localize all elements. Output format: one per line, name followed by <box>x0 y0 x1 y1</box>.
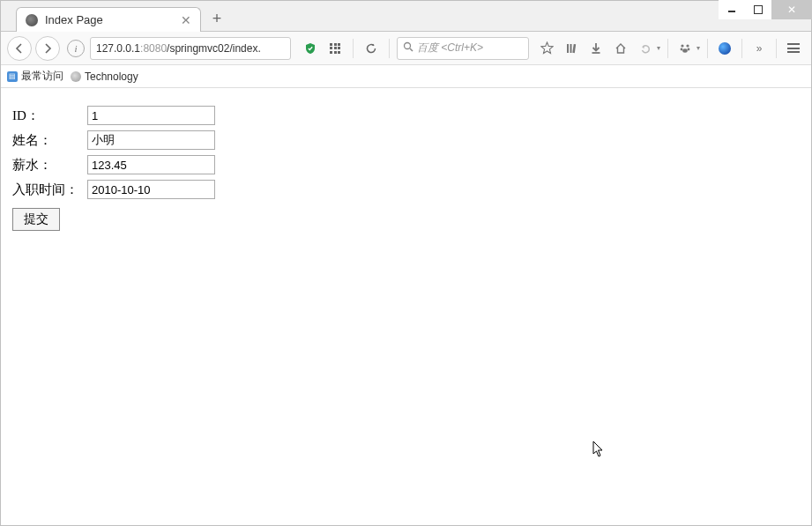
bookmark-technology[interactable]: Technology <box>71 70 138 83</box>
separator <box>353 39 354 58</box>
url-bar[interactable]: 127.0.0.1:8080/springmvc02/index. <box>90 37 291 60</box>
name-label: 姓名： <box>12 132 87 149</box>
new-tab-button[interactable]: + <box>205 6 229 31</box>
salary-label: 薪水： <box>12 157 87 174</box>
svg-rect-2 <box>567 44 569 53</box>
form-row-id: ID： <box>12 105 215 126</box>
svg-point-9 <box>688 48 690 50</box>
separator <box>707 39 708 58</box>
id-input[interactable] <box>87 106 215 125</box>
search-icon <box>403 41 413 55</box>
separator <box>741 39 742 58</box>
arrow-left-icon <box>14 43 25 54</box>
submit-button[interactable]: 提交 <box>12 208 60 231</box>
hiredate-label: 入职时间： <box>12 182 87 198</box>
shield-icon[interactable] <box>300 38 321 59</box>
tab-close-icon[interactable]: ✕ <box>181 13 191 27</box>
page-content: ID： 姓名： 薪水： 入职时间： 提交 <box>0 88 812 526</box>
undo-button[interactable] <box>634 37 657 60</box>
form-row-submit: 提交 <box>12 204 215 232</box>
bookmark-star-button[interactable] <box>535 37 558 60</box>
svg-point-6 <box>681 44 683 47</box>
favicon-icon <box>26 14 38 26</box>
extension-globe-button[interactable] <box>713 37 736 60</box>
form-row-salary: 薪水： <box>12 154 215 175</box>
tab-title: Index Page <box>45 13 174 26</box>
window-maximize-button[interactable] <box>745 0 771 19</box>
star-icon <box>540 41 554 55</box>
reload-button[interactable] <box>361 38 382 59</box>
overflow-button[interactable]: » <box>748 37 771 60</box>
svg-rect-3 <box>570 44 572 53</box>
salary-input[interactable] <box>87 155 215 174</box>
separator <box>667 39 668 58</box>
window-minimize-button[interactable] <box>719 0 745 19</box>
back-button[interactable] <box>7 36 32 61</box>
form-row-name: 姓名： <box>12 130 215 151</box>
name-input[interactable] <box>87 130 215 150</box>
forward-button[interactable] <box>35 36 60 61</box>
bookmarks-bar: ▤ 最常访问 Technology <box>0 65 812 88</box>
home-button[interactable] <box>609 37 632 60</box>
search-placeholder: 百度 <Ctrl+K> <box>417 41 483 56</box>
tab-bar: Index Page ✕ + <box>0 0 812 32</box>
bookmark-label: 最常访问 <box>21 69 63 84</box>
menu-button[interactable] <box>782 37 805 60</box>
site-info-button[interactable]: i <box>67 40 85 57</box>
home-icon <box>615 42 627 55</box>
bookmark-sheet-icon: ▤ <box>7 71 18 82</box>
search-bar[interactable]: 百度 <Ctrl+K> <box>397 37 529 60</box>
bookmark-globe-icon <box>71 71 81 82</box>
reload-icon <box>365 42 377 55</box>
library-icon <box>565 42 577 55</box>
separator <box>776 39 777 58</box>
form-row-hiredate: 入职时间： <box>12 179 215 200</box>
svg-point-0 <box>405 43 411 49</box>
qr-icon[interactable] <box>324 38 346 59</box>
hamburger-icon <box>787 43 800 53</box>
separator <box>389 39 390 58</box>
chevron-double-right-icon: » <box>756 42 763 55</box>
arrow-right-icon <box>42 43 53 54</box>
window-close-button[interactable] <box>771 0 812 19</box>
url-path: /springmvc02/index. <box>167 42 261 55</box>
form-table: ID： 姓名： 薪水： 入职时间： 提交 <box>12 101 215 235</box>
paw-icon <box>679 42 691 55</box>
hiredate-input[interactable] <box>87 180 215 199</box>
dropdown-caret-icon[interactable]: ▾ <box>657 44 660 52</box>
undo-icon <box>639 42 652 55</box>
svg-point-7 <box>686 44 689 47</box>
browser-tab[interactable]: Index Page ✕ <box>16 7 201 32</box>
svg-rect-4 <box>572 43 576 52</box>
svg-point-8 <box>681 48 683 50</box>
nav-toolbar: i 127.0.0.1:8080/springmvc02/index. 百度 <… <box>0 32 812 65</box>
url-port: :8080 <box>140 42 167 55</box>
library-button[interactable] <box>560 37 583 60</box>
download-icon <box>590 42 602 55</box>
bookmark-label: Technology <box>85 70 138 83</box>
globe-icon <box>719 42 731 55</box>
downloads-button[interactable] <box>585 37 607 60</box>
bookmark-most-visited[interactable]: ▤ 最常访问 <box>7 69 63 84</box>
url-host: 127.0.0.1 <box>96 42 140 55</box>
svg-point-10 <box>682 48 688 52</box>
dropdown-caret-icon[interactable]: ▾ <box>697 44 700 52</box>
svg-line-1 <box>410 48 413 51</box>
id-label: ID： <box>12 107 87 124</box>
extension-paw-button[interactable] <box>674 37 697 60</box>
